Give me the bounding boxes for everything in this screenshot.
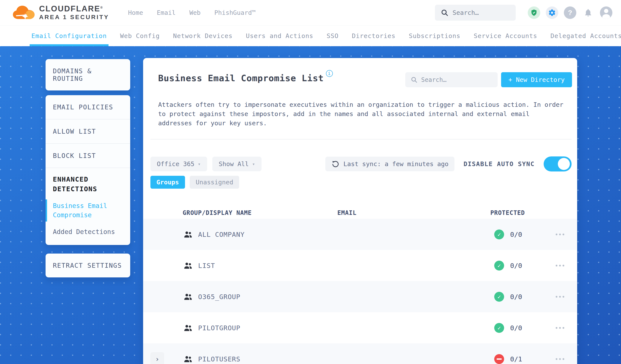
sidebar-item-domains-routing[interactable]: DOMAINS & ROUTING <box>46 59 130 90</box>
brand-subtitle: AREA 1 SECURITY <box>39 14 109 21</box>
active-indicator-bar <box>46 199 47 222</box>
bell-icon <box>584 8 593 17</box>
row-actions-menu[interactable] <box>556 296 564 298</box>
group-name: LIST <box>198 262 215 269</box>
sidebar-card-retract: RETRACT SETTINGS <box>46 254 130 277</box>
panel-tools: + New Directory <box>405 72 572 87</box>
tab-unassigned[interactable]: Unassigned <box>190 176 239 189</box>
directory-search[interactable] <box>405 72 498 87</box>
chevron-down-icon: ▾ <box>252 161 255 167</box>
tab-directories[interactable]: Directories <box>352 26 395 46</box>
security-status-button[interactable] <box>528 6 540 19</box>
view-tabs: Groups Unassigned <box>150 176 239 189</box>
nav-email[interactable]: Email <box>157 9 175 16</box>
column-group-display-name: GROUP/DISPLAY NAME <box>183 209 252 216</box>
sidebar-item-business-email-compromise[interactable]: Business Email Compromise <box>53 201 123 220</box>
cloudflare-logo[interactable]: CLOUDFLARE® AREA 1 SECURITY <box>12 5 109 21</box>
tab-delegated-accounts[interactable]: Delegated Accounts <box>551 26 621 46</box>
info-icon[interactable]: i <box>326 70 333 77</box>
group-name: PILOTGROUP <box>198 324 241 332</box>
description-text: Attackers often try to impersonate execu… <box>158 100 564 128</box>
group-name: O365_GROUP <box>198 293 241 301</box>
tab-sso[interactable]: SSO <box>327 26 338 46</box>
refresh-icon <box>331 160 340 168</box>
page-title: Business Email Compromise Listi <box>158 73 333 83</box>
group-icon <box>183 354 193 364</box>
table-header: GROUP/DISPLAY NAME EMAIL PROTECTED <box>143 207 577 219</box>
chevron-down-icon: ▾ <box>198 161 201 167</box>
table-row[interactable]: PILOTGROUP ✓ 0/0 <box>143 312 577 343</box>
auto-sync-toggle[interactable] <box>544 156 571 172</box>
protected-status-icon: ✓ <box>494 323 504 333</box>
brand-name: CLOUDFLARE <box>39 4 100 13</box>
sidebar-item-retract-settings[interactable]: RETRACT SETTINGS <box>46 254 130 277</box>
sidebar-item-added-detections[interactable]: Added Detections <box>53 227 123 237</box>
nav-home[interactable]: Home <box>128 9 143 16</box>
protected-count: 0/0 <box>510 324 522 332</box>
tab-email-configuration[interactable]: Email Configuration <box>31 26 107 46</box>
expand-row-button[interactable]: › <box>150 352 164 364</box>
divider <box>150 139 571 139</box>
tab-subscriptions[interactable]: Subscriptions <box>409 26 461 46</box>
protected-count: 0/0 <box>510 262 522 269</box>
global-search-input[interactable] <box>452 9 510 16</box>
settings-tab-bar: Email Configuration Web Config Network D… <box>0 25 621 46</box>
question-mark-icon: ? <box>568 9 572 17</box>
protected-count: 0/0 <box>510 231 522 238</box>
toggle-knob <box>558 158 570 170</box>
sidebar-card-policies: EMAIL POLICIES ALLOW LIST BLOCK LIST ENH… <box>46 95 130 245</box>
filter-row: Office 365 ▾ Show All ▾ Last sync: a few… <box>150 156 571 172</box>
new-directory-button[interactable]: + New Directory <box>501 72 572 87</box>
search-icon <box>441 9 449 17</box>
shield-check-icon <box>530 9 538 16</box>
column-protected: PROTECTED <box>490 209 525 216</box>
row-actions-menu[interactable] <box>556 234 564 235</box>
sidebar-item-allow-list[interactable]: ALLOW LIST <box>46 120 130 144</box>
table-row[interactable]: › PILOTUSERS 0/1 <box>143 343 577 364</box>
tab-users-and-actions[interactable]: Users and Actions <box>246 26 313 46</box>
notifications-button[interactable] <box>582 6 594 19</box>
show-filter-dropdown[interactable]: Show All ▾ <box>212 157 261 171</box>
settings-button[interactable] <box>546 6 558 19</box>
bec-panel: Business Email Compromise Listi + New Di… <box>143 58 577 364</box>
group-icon <box>183 229 193 239</box>
table-row[interactable]: LIST ✓ 0/0 <box>143 250 577 281</box>
directory-search-input[interactable] <box>421 76 493 83</box>
tab-service-accounts[interactable]: Service Accounts <box>474 26 537 46</box>
account-button[interactable] <box>600 6 612 19</box>
protected-status-icon: ✓ <box>494 292 504 302</box>
topbar-actions: ? <box>435 5 612 21</box>
auto-sync-label: DISABLE AUTO SYNC <box>464 160 535 168</box>
tab-web-config[interactable]: Web Config <box>120 26 160 46</box>
logo-text: CLOUDFLARE® AREA 1 SECURITY <box>39 5 109 21</box>
tab-network-devices[interactable]: Network Devices <box>173 26 232 46</box>
nav-web[interactable]: Web <box>189 9 201 16</box>
group-name: ALL COMPANY <box>198 231 244 238</box>
last-sync-button[interactable]: Last sync: a few minutes ago <box>325 157 454 171</box>
help-button[interactable]: ? <box>564 6 576 19</box>
user-icon <box>604 9 608 13</box>
group-icon <box>183 323 193 333</box>
gear-icon <box>548 9 556 17</box>
tab-groups[interactable]: Groups <box>150 176 185 189</box>
column-email: EMAIL <box>337 209 357 216</box>
sidebar-item-enhanced-detections[interactable]: ENHANCED DETECTIONS <box>53 174 123 194</box>
row-actions-menu[interactable] <box>556 358 564 360</box>
sidebar-item-block-list[interactable]: BLOCK LIST <box>46 144 130 168</box>
table-row[interactable]: O365_GROUP ✓ 0/0 <box>143 281 577 312</box>
sidebar-item-email-policies[interactable]: EMAIL POLICIES <box>46 95 130 120</box>
group-icon <box>183 292 193 302</box>
primary-nav: Home Email Web PhishGuard™ <box>128 9 256 16</box>
table-row[interactable]: ALL COMPANY ✓ 0/0 <box>143 219 577 250</box>
directory-select-dropdown[interactable]: Office 365 ▾ <box>150 157 207 171</box>
sidebar-section-enhanced-detections: ENHANCED DETECTIONS Business Email Compr… <box>46 168 130 236</box>
page: CLOUDFLARE® AREA 1 SECURITY Home Email W… <box>0 0 621 364</box>
group-icon <box>183 261 193 271</box>
global-search[interactable] <box>435 5 516 21</box>
row-actions-menu[interactable] <box>556 327 564 329</box>
nav-phishguard[interactable]: PhishGuard™ <box>214 9 256 16</box>
row-actions-menu[interactable] <box>556 265 564 266</box>
cloudflare-cloud-icon <box>12 5 36 20</box>
search-icon <box>410 76 418 83</box>
protected-status-icon: ✓ <box>494 229 504 239</box>
